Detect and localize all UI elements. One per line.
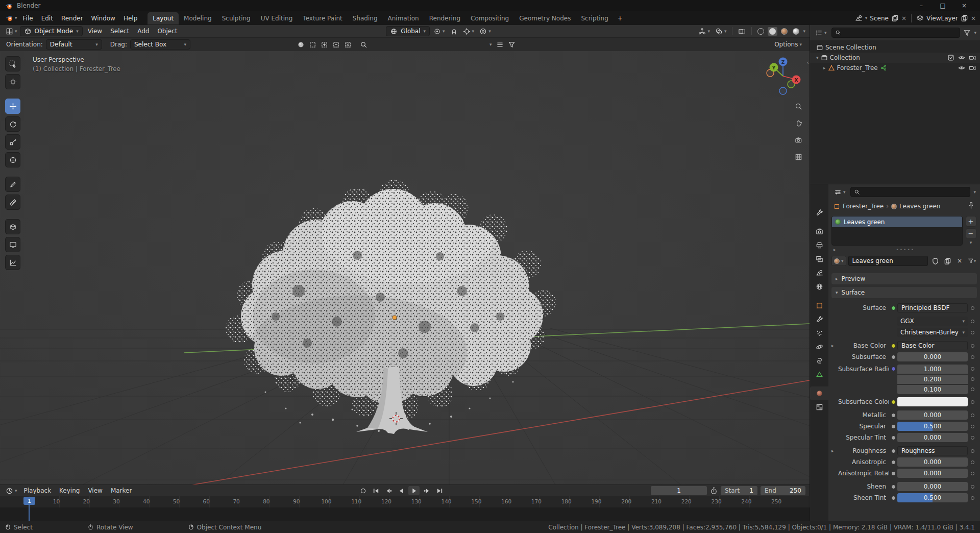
material-slot-item[interactable]: Leaves green: [832, 216, 962, 227]
scene-selector[interactable]: Scene: [870, 15, 889, 22]
play-reverse-button[interactable]: [396, 486, 407, 495]
list-resize-grip[interactable]: ▸ •••••: [831, 246, 977, 254]
workspace-tab[interactable]: Rendering: [424, 12, 465, 25]
cursor-tool[interactable]: [5, 74, 20, 89]
pin-id-button[interactable]: [967, 202, 975, 211]
sheen-tint-slider[interactable]: 0.500: [897, 493, 968, 502]
minimize-button[interactable]: –: [911, 2, 932, 9]
auto-keying-toggle[interactable]: [357, 486, 369, 495]
material-name-field[interactable]: Leaves green: [848, 256, 928, 266]
add-cube-tool[interactable]: [5, 219, 20, 234]
add-workspace-button[interactable]: +: [614, 14, 627, 23]
select-mode-subtract-button[interactable]: [331, 40, 341, 50]
viewport-menu-item[interactable]: Select: [106, 27, 133, 36]
move-tool[interactable]: [5, 99, 20, 114]
tab-texture[interactable]: [810, 400, 828, 414]
shading-dropdown[interactable]: ▾: [803, 29, 805, 34]
scale-tool[interactable]: [5, 134, 20, 150]
annotate-tool[interactable]: [5, 177, 20, 192]
decorator-dot[interactable]: [968, 344, 977, 348]
addon-tool-1[interactable]: [5, 237, 20, 252]
playhead-frame-label[interactable]: 1: [23, 497, 35, 505]
tab-physics[interactable]: [810, 340, 828, 354]
blender-menu-button[interactable]: ▾: [4, 13, 19, 23]
maximize-button[interactable]: □: [932, 2, 953, 9]
outliner-row-scene-collection[interactable]: Scene Collection: [810, 42, 980, 53]
outliner-row-collection[interactable]: ▾ Collection: [810, 53, 980, 63]
tab-world[interactable]: [810, 280, 828, 294]
filter-icon[interactable]: [963, 29, 971, 37]
new-scene-icon[interactable]: [891, 14, 899, 22]
timeline-menu-item[interactable]: Keying: [55, 486, 84, 495]
subsurface-radius-y-field[interactable]: 0.200: [897, 375, 968, 384]
tab-object[interactable]: [810, 299, 828, 312]
decorator-dot[interactable]: [968, 461, 977, 464]
menu-item[interactable]: Window: [87, 14, 119, 23]
tab-modifiers[interactable]: [810, 312, 828, 326]
tab-scene[interactable]: [810, 266, 828, 280]
outliner-search-input[interactable]: [831, 28, 961, 38]
add-slot-button[interactable]: +: [966, 216, 976, 227]
shading-wireframe-button[interactable]: [756, 27, 766, 36]
workspace-tab[interactable]: Animation: [383, 12, 424, 25]
workspace-tab[interactable]: Compositing: [465, 12, 514, 25]
outliner-row-forester-tree[interactable]: ▸ Forester_Tree: [810, 63, 980, 73]
snap-settings-dropdown[interactable]: ▾: [461, 27, 476, 36]
filter-icon[interactable]: [508, 41, 516, 49]
tab-particles[interactable]: [810, 326, 828, 340]
menu-item[interactable]: File: [19, 14, 37, 23]
properties-search-input[interactable]: [850, 187, 971, 197]
decorator-dot[interactable]: [968, 425, 977, 428]
xray-toggle[interactable]: [737, 27, 747, 36]
object-origin-dot[interactable]: [393, 316, 397, 320]
properties-editor-type-button[interactable]: ▾: [832, 187, 847, 197]
end-frame-field[interactable]: End250: [761, 486, 805, 495]
prev-keyframe-button[interactable]: [383, 486, 394, 495]
workspace-tab[interactable]: Shading: [348, 12, 383, 25]
workspace-tab[interactable]: UV Editing: [256, 12, 298, 25]
decorator-dot[interactable]: [968, 306, 977, 310]
play-button[interactable]: [408, 486, 420, 495]
chevron-down-icon[interactable]: ▾: [974, 31, 976, 35]
expand-arrow-icon[interactable]: ▾: [816, 56, 819, 60]
new-view-layer-icon[interactable]: [961, 14, 968, 22]
decorator-dot[interactable]: [968, 355, 977, 359]
subsurface-field[interactable]: 0.000: [897, 352, 968, 361]
expand-arrow-icon[interactable]: ▸: [831, 448, 838, 453]
snap-toggle[interactable]: [449, 27, 459, 36]
viewport-menu-item[interactable]: Object: [153, 27, 181, 36]
view-layer-selector[interactable]: ViewLayer: [926, 15, 958, 22]
workspace-tab[interactable]: Sculpting: [217, 12, 256, 25]
rotate-tool[interactable]: [5, 116, 20, 132]
hide-eye-icon[interactable]: [958, 64, 965, 71]
workspace-tab[interactable]: Geometry Nodes: [514, 12, 576, 25]
tab-material[interactable]: [810, 386, 828, 400]
outliner-editor-type-button[interactable]: ▾: [814, 28, 828, 38]
expand-arrow-icon[interactable]: ▸: [823, 66, 826, 70]
decorator-dot[interactable]: [968, 436, 977, 440]
timeline-menu-item[interactable]: Playback: [20, 486, 56, 495]
tab-object-data[interactable]: [810, 368, 828, 381]
subsurface-radius-z-field[interactable]: 0.100: [897, 385, 968, 394]
breadcrumb-material[interactable]: Leaves green: [899, 203, 940, 210]
menu-item[interactable]: Edit: [37, 14, 57, 23]
metallic-field[interactable]: 0.000: [897, 410, 968, 420]
camera-view-button[interactable]: [792, 134, 804, 146]
menu-item[interactable]: Help: [119, 14, 141, 23]
decorator-dot[interactable]: [968, 472, 977, 475]
shading-solid-button[interactable]: [768, 27, 777, 36]
select-box-tool[interactable]: [5, 56, 20, 71]
menu-item[interactable]: Render: [57, 14, 87, 23]
next-keyframe-button[interactable]: [421, 486, 432, 495]
unlink-material-button[interactable]: ×: [954, 256, 965, 266]
select-mode-invert-button[interactable]: [342, 40, 353, 50]
tab-render[interactable]: [810, 225, 828, 238]
material-specials-button[interactable]: ▾: [967, 256, 977, 266]
drag-dropdown[interactable]: Select Box ▾: [130, 39, 190, 50]
decorator-dot[interactable]: [968, 400, 977, 404]
tab-tool[interactable]: [810, 206, 828, 220]
base-color-field[interactable]: Base Color: [897, 341, 968, 350]
disable-render-camera-icon[interactable]: [969, 54, 976, 61]
distribution-dropdown[interactable]: GGX▾: [897, 317, 968, 326]
tab-view-layer[interactable]: [810, 252, 828, 266]
